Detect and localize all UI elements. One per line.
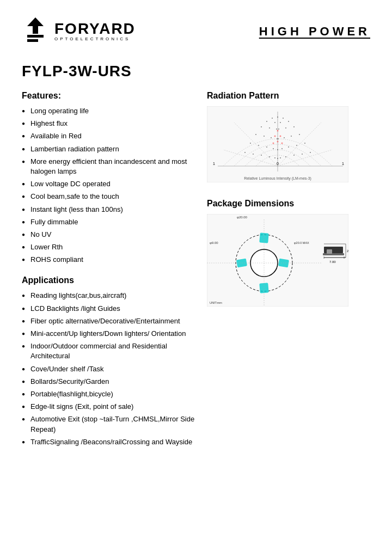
svg-point-33: [258, 145, 259, 146]
svg-rect-2: [27, 39, 38, 42]
product-title: FYLP-3W-URS: [22, 63, 370, 80]
svg-text:φ9.00: φ9.00: [210, 241, 218, 244]
svg-point-55: [273, 143, 274, 144]
svg-point-40: [244, 152, 246, 153]
svg-point-23: [255, 134, 256, 135]
svg-point-31: [250, 143, 251, 144]
high-power-label: HIGH POWER: [259, 25, 370, 39]
svg-point-10: [277, 117, 278, 118]
svg-text:7.00: 7.00: [329, 260, 336, 264]
package-svg: φ20.00 φ9.00 2.00 7.00: [207, 214, 348, 307]
right-column: Radiation Pattern: [207, 91, 370, 458]
applications-section: Applications Reading lights(car,bus,airc…: [22, 276, 196, 446]
svg-point-39: [277, 149, 278, 150]
svg-point-53: [280, 136, 281, 137]
applications-title: Applications: [22, 276, 196, 285]
svg-text:φ20.0 MAX: φ20.0 MAX: [294, 241, 309, 244]
svg-point-46: [269, 156, 270, 157]
svg-point-13: [266, 121, 267, 122]
feature-list-item: Long operating life: [22, 106, 196, 116]
svg-point-56: [281, 143, 283, 144]
package-diagram: φ20.00 φ9.00 2.00 7.00: [207, 214, 348, 307]
radiation-diagram: Relative Luminous Intensity (LM-mes-3) 0…: [207, 106, 348, 182]
radiation-svg: Relative Luminous Intensity (LM-mes-3) 0…: [207, 106, 348, 182]
svg-point-30: [278, 138, 279, 139]
svg-point-14: [288, 121, 289, 122]
application-list-item: Reading lights(car,bus,aircraft): [22, 291, 196, 301]
svg-point-15: [274, 122, 275, 123]
features-title: Features:: [22, 91, 196, 101]
svg-point-20: [285, 127, 286, 128]
svg-point-54: [277, 141, 279, 143]
application-list-item: Automotive Exit (stop ~tail-Turn ,CHMSL,…: [22, 414, 196, 434]
application-list-item: Bollards/Security/Garden: [22, 377, 196, 387]
svg-rect-74: [327, 249, 332, 254]
application-list-item: Mini-accent/Up lighters/Down lighters/ O…: [22, 329, 196, 339]
svg-point-12: [283, 118, 284, 119]
logo-sub-text: OPTOELECTRONICS: [54, 36, 136, 41]
application-list-item: Cove/Under shelf /Task: [22, 364, 196, 374]
feature-list-item: No UV: [22, 230, 196, 240]
feature-list-item: Lower Rth: [22, 242, 196, 252]
radiation-section: Radiation Pattern: [207, 91, 370, 182]
svg-point-26: [291, 136, 292, 137]
svg-point-28: [284, 137, 285, 138]
svg-point-42: [253, 154, 254, 155]
application-list-item: Portable(flashlight,bicycle): [22, 389, 196, 399]
svg-point-24: [299, 134, 300, 135]
feature-list-item: Cool beam,safe to the touch: [22, 192, 196, 201]
application-list-item: TrafficSignaling /Beacons/railCrossing a…: [22, 437, 196, 447]
svg-point-34: [296, 145, 297, 146]
package-section: Package Dimensions: [207, 199, 370, 307]
svg-point-27: [271, 137, 272, 138]
svg-rect-1: [27, 35, 44, 38]
header: FORYARD OPTOELECTRONICS HIGH POWER: [22, 16, 370, 46]
feature-list-item: Low voltage DC operated: [22, 179, 196, 189]
feature-list-item: Instant light (less than 100ns): [22, 205, 196, 215]
application-list-item: Edge-lit signs (Exit, point of sale): [22, 402, 196, 412]
application-list-item: Fiber optic alternative/Decorative/Enter…: [22, 316, 196, 326]
application-list-item: LCD Backlights /light Guides: [22, 304, 196, 314]
svg-point-51: [277, 130, 279, 132]
svg-point-35: [266, 146, 267, 148]
svg-point-19: [269, 127, 270, 128]
logo-area: FORYARD OPTOELECTRONICS: [22, 16, 136, 46]
svg-point-49: [280, 157, 281, 158]
radiation-caption: Relative Luminous Intensity (LM-mes-3): [244, 176, 311, 181]
feature-list-item: ROHS compliant: [22, 255, 196, 265]
svg-text:2.00: 2.00: [347, 249, 348, 253]
foryard-logo-icon: [22, 16, 49, 46]
logo-text-area: FORYARD OPTOELECTRONICS: [54, 21, 136, 41]
feature-list-item: More energy efficient than incandescent …: [22, 157, 196, 176]
feature-list-item: Lambertian radiation pattern: [22, 144, 196, 154]
applications-list: Reading lights(car,bus,aircraft)LCD Back…: [22, 291, 196, 446]
feature-list-item: Available in Red: [22, 131, 196, 141]
features-list: Long operating lifeHighest fluxAvailable…: [22, 106, 196, 265]
svg-point-41: [310, 152, 311, 153]
svg-point-52: [274, 136, 276, 137]
svg-point-11: [272, 118, 273, 119]
svg-point-21: [276, 128, 277, 130]
main-content: Features: Long operating lifeHighest flu…: [22, 91, 370, 458]
svg-point-32: [304, 143, 305, 144]
svg-point-47: [285, 156, 286, 157]
feature-list-item: Highest flux: [22, 119, 196, 128]
radiation-title: Radiation Pattern: [207, 91, 370, 101]
svg-point-43: [302, 154, 303, 155]
svg-point-16: [280, 122, 281, 123]
svg-marker-0: [27, 17, 44, 34]
left-column: Features: Long operating lifeHighest flu…: [22, 91, 196, 458]
svg-text:UNIT:mm: UNIT:mm: [210, 301, 222, 304]
svg-point-44: [261, 155, 262, 156]
svg-point-36: [288, 146, 289, 148]
svg-text:φ20.00: φ20.00: [237, 216, 248, 219]
application-list-item: Indoor/Outdoor commercial and Residentia…: [22, 341, 196, 361]
svg-point-38: [281, 148, 283, 149]
logo-main-text: FORYARD: [54, 21, 136, 36]
svg-point-25: [264, 136, 265, 137]
svg-point-18: [293, 126, 295, 127]
svg-point-45: [293, 155, 295, 156]
svg-point-48: [274, 157, 275, 158]
svg-point-29: [277, 138, 278, 139]
svg-rect-73: [323, 253, 344, 255]
